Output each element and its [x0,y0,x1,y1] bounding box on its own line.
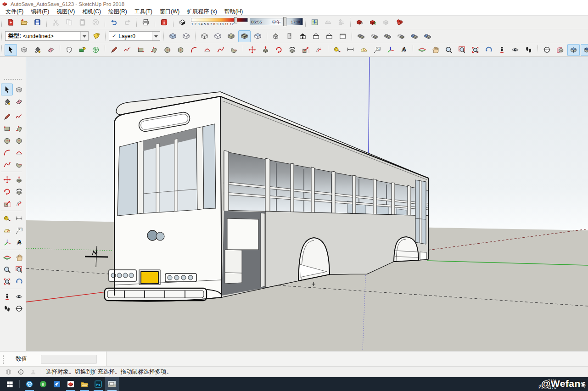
3d-text-button[interactable]: AA [13,236,25,248]
look-around-button[interactable] [509,44,521,56]
pan-button[interactable] [13,251,25,263]
iso-view-button[interactable] [270,30,282,42]
follow-me-button[interactable] [286,44,298,56]
new-file-button[interactable] [5,17,17,28]
save-file-button[interactable] [31,17,44,28]
rotate-button[interactable] [273,44,285,56]
rotated-rectangle-button[interactable] [13,123,25,134]
orbit-button[interactable] [416,44,428,56]
sign-in-icon[interactable] [29,368,37,376]
display-section-fill-button[interactable] [581,44,588,56]
print-button[interactable] [140,17,152,28]
freehand-button[interactable] [121,44,134,56]
rectangle-button[interactable] [1,123,13,134]
freehand-button[interactable] [13,111,25,123]
paint-bucket-button[interactable] [31,44,44,56]
copy-button[interactable] [63,17,75,28]
menu-item-4[interactable]: 绘图(R) [105,8,131,16]
zoom-extents-button[interactable] [1,275,13,287]
model-info-button[interactable] [158,17,170,28]
make-component-button[interactable] [13,84,25,95]
x-ray-button[interactable] [167,30,179,42]
toggle-terrain-button[interactable] [322,17,334,28]
arc-button[interactable] [188,44,200,56]
section-plane-button[interactable] [13,302,25,314]
tape-measure-button[interactable] [331,44,343,56]
push-pull-button[interactable] [13,173,25,185]
paste-button[interactable] [76,17,89,28]
scale-button[interactable] [299,44,312,56]
plugin-blob-button[interactable] [63,44,75,56]
protractor-button[interactable] [358,44,370,56]
push-pull-button[interactable] [259,44,272,56]
monochrome-button[interactable] [252,30,264,42]
zoom-window-button[interactable] [13,263,25,275]
three-point-arc-button[interactable] [214,44,227,56]
move-button[interactable] [246,44,258,56]
look-around-button[interactable] [13,290,25,302]
zoom-extents-button[interactable] [469,44,482,56]
three-point-arc-button[interactable] [1,158,13,170]
tray-green-icon[interactable] [564,380,572,388]
union-button[interactable] [381,30,394,42]
paint-bucket-button[interactable] [1,95,13,107]
line-button[interactable] [1,111,13,123]
previous-button[interactable] [13,275,25,287]
front-view-button[interactable] [297,30,309,42]
display-section-planes-button[interactable] [554,44,566,56]
menu-item-8[interactable]: 帮助(H) [221,8,247,16]
photo-textures-button[interactable] [335,17,347,28]
polygon-button[interactable] [13,134,25,146]
time-slider-handle[interactable] [283,17,286,26]
open-file-button[interactable] [18,17,30,28]
start-button[interactable] [0,377,19,391]
classifier-tag-button[interactable] [90,30,102,42]
pan-button[interactable] [429,44,442,56]
plugin-drape-button[interactable] [76,44,89,56]
wireframe-button[interactable] [198,30,211,42]
circle-button[interactable] [161,44,174,56]
scale-button[interactable] [1,197,13,209]
sketchup-taskbar-button[interactable] [64,377,78,391]
menu-item-7[interactable]: 扩展程序 (x) [183,8,220,16]
shadow-date-slider[interactable]: 1 2 3 4 5 6 7 8 9 10 11 12 [191,17,248,28]
menu-item-3[interactable]: 相机(C) [78,8,105,16]
thunder-taskbar-button[interactable] [50,377,64,391]
left-view-button[interactable] [336,30,349,42]
eraser-button[interactable] [13,95,25,107]
position-camera-button[interactable] [1,290,13,302]
walk-button[interactable] [522,44,535,56]
text-button[interactable]: A1 [13,224,25,236]
shaded-with-textures-button[interactable] [238,30,251,42]
two-point-arc-button[interactable] [201,44,213,56]
back-view-button[interactable] [323,30,336,42]
tape-measure-button[interactable] [1,212,13,224]
display-section-cuts-button[interactable] [567,44,580,56]
top-view-button[interactable] [283,30,296,42]
shadow-time-slider[interactable]: 06:55 中午 17:00 [250,17,303,28]
line-button[interactable] [108,44,120,56]
move-button[interactable] [1,173,13,185]
undo-button[interactable] [108,17,120,28]
section-plane-button[interactable] [541,44,553,56]
dimension-button[interactable] [13,212,25,224]
follow-me-button[interactable] [13,185,25,197]
zoom-button[interactable] [442,44,455,56]
outer-shell-button[interactable] [355,30,367,42]
share-model-button[interactable] [367,17,379,28]
position-camera-button[interactable] [496,44,508,56]
measurement-grip[interactable] [3,355,4,364]
photoshop-taskbar-button[interactable]: Ps [91,377,105,391]
pie-button[interactable] [13,158,25,170]
share-component-button[interactable] [380,17,392,28]
eraser-button[interactable] [45,44,57,56]
menu-item-5[interactable]: 工具(T) [131,8,156,16]
select-button[interactable] [5,44,17,56]
trim-button[interactable] [408,30,420,42]
back-edges-button[interactable] [180,30,192,42]
classification-type-combo[interactable]: 类型: <undefined> [5,31,89,41]
text-button[interactable]: A1 [371,44,383,56]
arc-button[interactable] [1,146,13,158]
polygon-button[interactable] [174,44,187,56]
offset-button[interactable] [313,44,325,56]
